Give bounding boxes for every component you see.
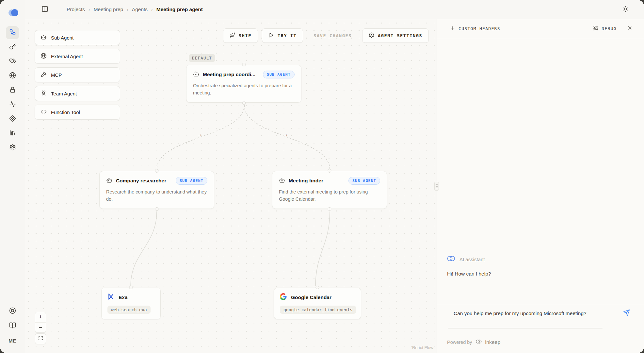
send-button[interactable] xyxy=(623,309,631,317)
bot-icon xyxy=(279,177,285,185)
node-handle[interactable] xyxy=(242,101,246,105)
life-buoy-icon xyxy=(9,307,16,315)
rail-item-library[interactable] xyxy=(6,127,19,140)
rail-item-keys[interactable] xyxy=(6,41,19,54)
rail-item-globe[interactable] xyxy=(6,69,19,82)
canvas-zoom-controls: + − xyxy=(35,312,46,344)
app-logo-icon[interactable] xyxy=(7,8,20,18)
powered-by-label: Powered by xyxy=(447,340,472,345)
node-handle[interactable] xyxy=(316,286,319,289)
rail-item-components[interactable] xyxy=(6,112,19,126)
node-handle[interactable] xyxy=(242,63,246,66)
tool-id-tag: google_calendar_find_events xyxy=(280,306,356,314)
node-exa-tool[interactable]: Exa web_search_exa xyxy=(101,288,161,319)
rail-item-credentials[interactable] xyxy=(6,84,19,97)
maximize-icon xyxy=(38,335,43,342)
send-icon xyxy=(623,311,630,317)
node-title: Company researcher xyxy=(116,178,166,184)
node-handle[interactable] xyxy=(328,169,331,173)
user-avatar[interactable]: ME xyxy=(6,334,19,347)
node-meeting-finder[interactable]: Meeting finder SUB AGENT Find the extern… xyxy=(272,171,387,209)
edge-researcher-exa xyxy=(131,211,157,286)
gear-icon xyxy=(369,32,374,39)
library-icon xyxy=(9,129,16,138)
node-handle[interactable] xyxy=(129,286,133,289)
breadcrumb-separator: › xyxy=(89,7,90,12)
chat-input[interactable]: Can you help me prep for my upcoming Mic… xyxy=(454,309,601,318)
hammer-icon xyxy=(40,71,47,79)
plus-icon xyxy=(450,25,455,32)
node-title: Meeting prep coordi... xyxy=(203,72,255,77)
palette-item-mcp[interactable]: MCP xyxy=(35,67,120,82)
breadcrumb-item-projects[interactable]: Projects xyxy=(67,7,85,12)
node-handle[interactable] xyxy=(155,207,159,211)
close-icon xyxy=(627,25,633,32)
ship-button[interactable]: SHIP xyxy=(223,28,258,43)
panel-resize-handle[interactable] xyxy=(434,182,439,191)
flow-canvas[interactable]: → → Sub Agent External Agent MCP Team Ag… xyxy=(25,19,437,353)
debug-button[interactable]: DEBUG xyxy=(593,25,617,32)
chat-input-container[interactable]: Can you help me prep for my upcoming Mic… xyxy=(437,304,644,328)
node-meeting-prep-coordinator[interactable]: Meeting prep coordi... SUB AGENT Orchest… xyxy=(186,65,301,103)
activity-icon xyxy=(9,101,16,109)
debug-label: DEBUG xyxy=(602,26,617,31)
rocket-icon xyxy=(230,32,235,39)
sun-icon xyxy=(622,6,629,13)
sub-agent-badge: SUB AGENT xyxy=(176,177,207,185)
rail-item-help[interactable] xyxy=(6,305,19,318)
exa-logo-icon xyxy=(107,293,114,301)
rail-item-graph[interactable] xyxy=(6,26,19,39)
fit-view-button[interactable] xyxy=(35,334,46,344)
edge-direction-arrow: → xyxy=(283,131,288,137)
tool-id-tag: web_search_exa xyxy=(107,306,151,314)
custom-headers-label: CUSTOM HEADERS xyxy=(459,26,500,31)
palette-item-sub-agent[interactable]: Sub Agent xyxy=(35,30,120,45)
node-google-calendar-tool[interactable]: Google Calendar google_calendar_find_eve… xyxy=(274,288,361,319)
custom-headers-button[interactable]: CUSTOM HEADERS xyxy=(450,25,500,32)
globe-icon xyxy=(9,72,16,80)
input-divider xyxy=(448,328,603,328)
palette-item-external-agent[interactable]: External Agent xyxy=(35,49,120,64)
panel-left-icon xyxy=(41,6,48,14)
zoom-in-button[interactable]: + xyxy=(35,312,46,322)
key-icon xyxy=(9,43,16,51)
save-changes-button[interactable]: SAVE CHANGES xyxy=(307,28,358,43)
breadcrumb-item-agents[interactable]: Agents xyxy=(132,7,148,12)
inkeep-brand-label: inkeep xyxy=(485,339,501,345)
rail-item-tags[interactable] xyxy=(6,55,19,68)
rail-item-activity[interactable] xyxy=(6,98,19,111)
try-it-button[interactable]: TRY IT xyxy=(262,28,303,43)
breadcrumb: Projects › Meeting prep › Agents › Meeti… xyxy=(67,7,203,12)
globe-icon xyxy=(40,53,47,60)
node-title: Meeting finder xyxy=(289,178,323,184)
node-handle[interactable] xyxy=(155,169,159,173)
bot-icon xyxy=(40,34,47,42)
theme-toggle-button[interactable] xyxy=(620,4,631,15)
bot-icon xyxy=(106,177,112,185)
node-description: Research the company to understand what … xyxy=(106,188,207,203)
rail-item-docs[interactable] xyxy=(6,319,19,332)
assistant-name: AI assistant xyxy=(459,257,485,262)
palette-item-label: Sub Agent xyxy=(51,35,73,41)
react-flow-attribution[interactable]: React Flow xyxy=(412,345,433,350)
google-logo-icon xyxy=(280,293,287,301)
zoom-out-button[interactable]: − xyxy=(35,322,46,332)
palette-item-team-agent[interactable]: Team Agent xyxy=(35,86,120,101)
bug-icon xyxy=(593,25,598,32)
agent-settings-button[interactable]: AGENT SETTINGS xyxy=(362,28,429,43)
breadcrumb-current-page: Meeting prep agent xyxy=(156,7,203,12)
breadcrumb-item-meeting-prep[interactable]: Meeting prep xyxy=(94,7,123,12)
node-handle[interactable] xyxy=(328,207,331,211)
users-icon xyxy=(40,90,47,97)
default-group-tag: DEFAULT xyxy=(189,54,215,62)
sidebar-toggle-button[interactable] xyxy=(39,4,50,15)
node-title: Google Calendar xyxy=(291,294,331,300)
palette-item-function-tool[interactable]: Function Tool xyxy=(35,105,120,120)
top-header: Projects › Meeting prep › Agents › Meeti… xyxy=(25,0,644,19)
assistant-greeting-message: Hi! How can I help? xyxy=(447,271,491,277)
palette-item-label: MCP xyxy=(51,72,62,78)
close-panel-button[interactable] xyxy=(625,24,634,33)
powered-by-footer[interactable]: Powered by inkeep xyxy=(447,339,500,345)
rail-item-settings[interactable] xyxy=(6,141,19,154)
node-company-researcher[interactable]: Company researcher SUB AGENT Research th… xyxy=(99,171,214,209)
